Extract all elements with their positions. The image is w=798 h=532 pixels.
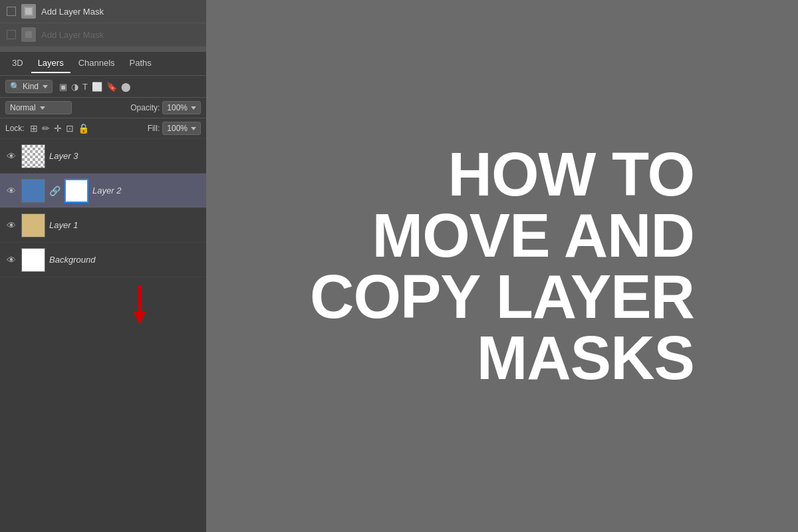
eye-icon-bg[interactable]: 👁 [5, 255, 17, 265]
title-line-2: MOVE AND [310, 205, 694, 266]
filter-row: 🔍 Kind ▣ ◑ T ⬜ 🔖 ⬤ [0, 76, 206, 98]
layer-row-3[interactable]: 👁 Layer 3 [0, 139, 206, 174]
kind-dropdown[interactable]: 🔍 Kind [5, 80, 53, 93]
layer-name-bg: Background [49, 255, 95, 265]
eye-icon-2[interactable]: 👁 [5, 186, 17, 196]
svg-rect-1 [25, 8, 32, 15]
layer-row-2[interactable]: 👁 🔗 Layer 2 [0, 174, 206, 208]
fill-group: Fill: 100% [148, 122, 201, 135]
main-title: HOW TO MOVE AND COPY LAYER MASKS [310, 144, 694, 388]
eye-icon-1[interactable]: 👁 [5, 220, 17, 231]
layers-panel: Add Layer Mask Add Layer Mask 3D Layers … [0, 0, 206, 532]
lock-pixels-icon[interactable]: ✏ [42, 123, 50, 134]
lock-move-icon[interactable]: ✛ [54, 123, 62, 134]
layer-thumb-1 [21, 213, 45, 237]
kind-chevron-icon [43, 85, 48, 88]
menu-item-add-mask-1[interactable]: Add Layer Mask [0, 0, 206, 23]
layer-name-1: Layer 1 [49, 220, 78, 230]
filter-icons: ▣ ◑ T ⬜ 🔖 ⬤ [59, 82, 131, 92]
fill-label: Fill: [148, 124, 160, 133]
tab-paths[interactable]: Paths [123, 54, 158, 73]
layer-name-3: Layer 3 [49, 151, 78, 161]
opacity-number: 100% [167, 103, 188, 112]
filter-smart-icon[interactable]: 🔖 [106, 82, 117, 92]
layer-name-2: Layer 2 [92, 186, 121, 196]
filter-text-icon[interactable]: T [82, 82, 88, 92]
blend-chevron-icon [40, 106, 45, 110]
title-line-1: HOW TO [310, 144, 694, 205]
lock-all-icon[interactable]: 🔒 [78, 123, 89, 134]
lock-row: Lock: ⊞ ✏ ✛ ⊡ 🔒 Fill: 100% [0, 118, 206, 139]
filter-toggle-icon[interactable]: ⬤ [121, 82, 131, 92]
search-icon-text: 🔍 [10, 82, 20, 91]
title-line-3: COPY LAYER [310, 266, 694, 327]
opacity-chevron-icon [191, 106, 196, 110]
layer-thumb-2 [21, 179, 45, 203]
chain-icon-2[interactable]: 🔗 [49, 186, 61, 196]
blend-row: Normal Opacity: 100% [0, 98, 206, 118]
menu-label-2: Add Layer Mask [41, 30, 104, 40]
lock-icons: ⊞ ✏ ✛ ⊡ 🔒 [30, 123, 89, 134]
filter-circle-icon[interactable]: ◑ [71, 82, 78, 92]
filter-shape-icon[interactable]: ⬜ [92, 82, 102, 92]
panel-separator [0, 47, 206, 52]
mask-icon-2 [21, 27, 36, 42]
filter-pixel-icon[interactable]: ▣ [59, 82, 67, 92]
kind-label: Kind [23, 82, 39, 91]
tab-channels[interactable]: Channels [72, 54, 122, 73]
layer-mask-thumb-2 [65, 179, 88, 203]
tab-layers[interactable]: Layers [31, 54, 70, 73]
layer-row-1[interactable]: 👁 Layer 1 [0, 208, 206, 243]
tab-3d[interactable]: 3D [5, 54, 30, 73]
menu-checkbox-1[interactable] [7, 7, 16, 16]
menu-area: Add Layer Mask Add Layer Mask [0, 0, 206, 47]
opacity-value-display[interactable]: 100% [162, 101, 201, 114]
fill-chevron-icon [191, 127, 196, 130]
lock-label: Lock: [5, 124, 25, 133]
menu-item-add-mask-2: Add Layer Mask [0, 23, 206, 47]
mask-icon-1 [21, 4, 36, 19]
eye-icon-3[interactable]: 👁 [5, 151, 17, 162]
fill-number: 100% [167, 124, 188, 133]
lock-transparent-icon[interactable]: ⊞ [30, 123, 38, 134]
lock-artboard-icon[interactable]: ⊡ [66, 123, 74, 134]
layer-row-bg[interactable]: 👁 Background [0, 243, 206, 277]
svg-rect-3 [25, 31, 32, 38]
opacity-label: Opacity: [130, 103, 160, 112]
menu-checkbox-2 [7, 30, 16, 39]
title-line-4: MASKS [310, 327, 694, 388]
right-panel: HOW TO MOVE AND COPY LAYER MASKS [206, 0, 798, 532]
blend-mode-value: Normal [10, 103, 36, 112]
fill-value-display[interactable]: 100% [162, 122, 201, 135]
menu-label-1: Add Layer Mask [41, 7, 104, 17]
layer-thumb-bg [21, 248, 45, 272]
layer-thumb-3 [21, 144, 45, 168]
tabs-row: 3D Layers Channels Paths [0, 52, 206, 76]
blend-mode-dropdown[interactable]: Normal [5, 101, 72, 114]
layers-list: 👁 Layer 3 👁 🔗 Layer 2 👁 Layer 1 👁 Backgr… [0, 139, 206, 532]
opacity-group: Opacity: 100% [130, 101, 201, 114]
